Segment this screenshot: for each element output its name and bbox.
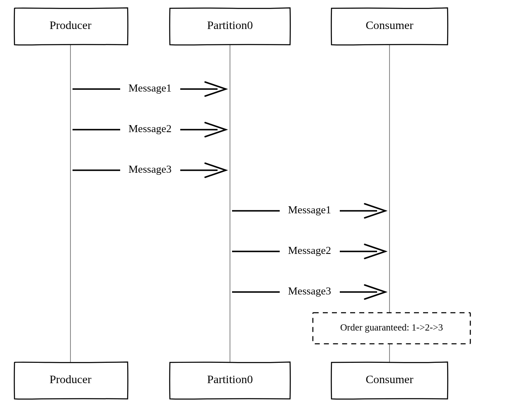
note-label: Order guaranteed: 1->2->3 — [340, 322, 443, 333]
actor-top-partition: Partition0 — [170, 8, 290, 45]
message-label: Message2 — [128, 123, 172, 135]
actor-label: Consumer — [365, 19, 414, 31]
message-arrow-m3: Message3 — [73, 163, 226, 177]
actor-label: Producer — [49, 373, 92, 386]
actor-top-producer: Producer — [15, 8, 128, 45]
actor-label: Partition0 — [207, 19, 253, 31]
note-order-guaranteed: Order guaranteed: 1->2->3 — [313, 313, 470, 344]
actor-bottom-consumer: Consumer — [332, 362, 448, 399]
message-arrow-m6: Message3 — [232, 285, 385, 299]
message-label: Message2 — [288, 244, 331, 256]
message-arrow-m5: Message2 — [232, 244, 385, 258]
actor-bottom-partition: Partition0 — [170, 362, 290, 399]
sequence-diagram: Producer Partition0 Consumer Message1 Me… — [0, 0, 513, 420]
actor-label: Partition0 — [207, 373, 253, 386]
message-label: Message1 — [128, 82, 172, 94]
actor-label: Consumer — [365, 373, 414, 386]
message-arrow-m1: Message1 — [73, 82, 226, 96]
actor-bottom-producer: Producer — [15, 362, 128, 399]
message-label: Message3 — [288, 285, 331, 297]
message-arrow-m2: Message2 — [73, 123, 226, 137]
message-label: Message3 — [128, 163, 172, 175]
message-arrow-m4: Message1 — [232, 204, 385, 218]
actor-label: Producer — [49, 19, 92, 31]
message-label: Message1 — [288, 204, 331, 216]
actor-top-consumer: Consumer — [332, 8, 448, 45]
